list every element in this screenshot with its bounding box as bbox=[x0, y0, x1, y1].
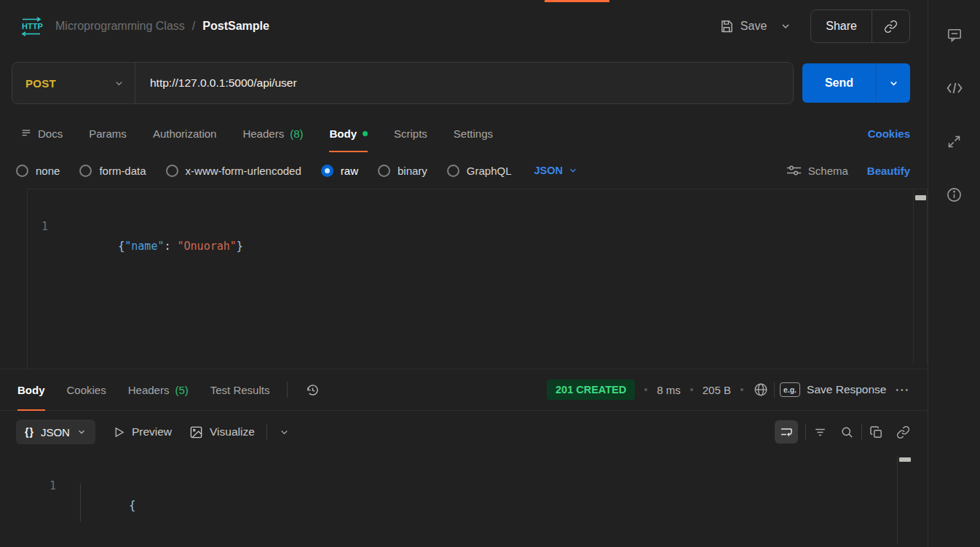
response-time[interactable]: 8 ms bbox=[657, 384, 681, 396]
response-format-selector[interactable]: {} JSON bbox=[16, 420, 95, 444]
filter-icon[interactable] bbox=[813, 425, 827, 439]
scrollbar-thumb[interactable] bbox=[915, 195, 926, 200]
preview-button[interactable]: Preview bbox=[113, 425, 172, 438]
comments-icon[interactable] bbox=[946, 26, 963, 44]
mode-form-data[interactable]: form-data bbox=[79, 165, 146, 177]
response-scrollbar[interactable] bbox=[897, 456, 912, 543]
schema-label: Schema bbox=[808, 165, 848, 177]
mode-graphql[interactable]: GraphQL bbox=[447, 165, 512, 177]
copy-link-icon[interactable] bbox=[872, 20, 909, 34]
response-tools-right bbox=[775, 420, 910, 444]
dot-separator bbox=[740, 388, 743, 391]
info-icon[interactable] bbox=[946, 186, 963, 203]
json-colon: : bbox=[164, 240, 177, 253]
line-number: 1 bbox=[0, 476, 56, 496]
tab-headers[interactable]: Headers (8) bbox=[242, 114, 303, 152]
save-button[interactable]: Save bbox=[719, 19, 767, 34]
share-split-button: Share bbox=[810, 9, 910, 43]
json-string-value: "Onuorah" bbox=[178, 240, 237, 253]
beautify-button[interactable]: Beautify bbox=[867, 165, 910, 177]
share-button[interactable]: Share bbox=[811, 20, 872, 33]
mode-label: GraphQL bbox=[467, 165, 512, 177]
response-headers-count-badge: (5) bbox=[175, 384, 188, 396]
format-label: JSON bbox=[41, 426, 70, 438]
right-sidebar bbox=[928, 0, 980, 547]
language-chevron-icon bbox=[568, 165, 578, 176]
save-response-label: Save Response bbox=[807, 383, 886, 396]
method-selector[interactable]: POST bbox=[12, 63, 135, 103]
code-snippet-icon[interactable] bbox=[946, 79, 963, 97]
breadcrumb-collection[interactable]: Microprogramming Class bbox=[55, 20, 185, 33]
mode-raw[interactable]: raw bbox=[321, 165, 358, 177]
scrollbar-thumb[interactable] bbox=[899, 457, 911, 462]
schema-button[interactable]: Schema bbox=[786, 164, 848, 177]
save-options-chevron-icon[interactable] bbox=[780, 20, 791, 32]
status-badge[interactable]: 201 CREATED bbox=[547, 379, 635, 400]
mode-none[interactable]: none bbox=[16, 165, 60, 177]
language-label: JSON bbox=[534, 165, 564, 176]
tab-body[interactable]: Body bbox=[329, 114, 368, 152]
request-body-code: {"name": "Onuorah"} bbox=[80, 240, 243, 253]
tab-scripts[interactable]: Scripts bbox=[394, 114, 427, 152]
response-tab-cookies[interactable]: Cookies bbox=[67, 369, 106, 411]
radio-icon bbox=[447, 165, 459, 177]
search-icon[interactable] bbox=[840, 425, 854, 439]
word-wrap-toggle[interactable] bbox=[775, 420, 798, 444]
url-box: POST http://127.0.0.1:5000/api/user bbox=[12, 62, 794, 104]
response-body-viewer[interactable]: 1 { 2 "id": 1, 3 "name": "Onuorah" 4 } bbox=[0, 450, 928, 543]
method-chevron-icon bbox=[114, 78, 125, 89]
link-icon[interactable] bbox=[896, 425, 910, 439]
response-line: 1 { bbox=[0, 457, 928, 535]
radio-icon bbox=[16, 165, 28, 177]
line-number: 1 bbox=[28, 217, 48, 237]
view-options-chevron-icon[interactable] bbox=[279, 427, 290, 438]
mode-label: none bbox=[36, 165, 60, 177]
example-badge-icon: e.g. bbox=[780, 382, 800, 397]
tab-label: Params bbox=[89, 127, 127, 140]
mode-label: form-data bbox=[99, 165, 146, 177]
tab-authorization[interactable]: Authorization bbox=[153, 114, 217, 152]
toolbar-divider bbox=[861, 424, 862, 440]
save-label: Save bbox=[740, 20, 767, 33]
response-code: { bbox=[52, 499, 135, 512]
response-tab-headers[interactable]: Headers (5) bbox=[128, 369, 189, 411]
header-divider bbox=[287, 382, 288, 398]
switch-panes-icon[interactable] bbox=[946, 133, 963, 150]
response-header-bar: Body Cookies Headers (5) Test Results 20… bbox=[0, 369, 928, 411]
method-label: POST bbox=[25, 77, 114, 90]
raw-language-selector[interactable]: JSON bbox=[534, 165, 579, 176]
cookies-link[interactable]: Cookies bbox=[868, 127, 910, 140]
mode-binary[interactable]: binary bbox=[378, 165, 427, 177]
body-actions: Schema Beautify bbox=[786, 164, 910, 177]
response-meta: 201 CREATED 8 ms 205 B e.g. Save Respons… bbox=[547, 379, 910, 400]
send-button[interactable]: Send bbox=[802, 63, 876, 103]
tab-settings[interactable]: Settings bbox=[454, 114, 493, 152]
mode-label: x-www-form-urlencoded bbox=[186, 165, 301, 177]
copy-icon[interactable] bbox=[869, 425, 883, 439]
send-options-chevron-icon[interactable] bbox=[877, 63, 910, 103]
url-input[interactable]: http://127.0.0.1:5000/api/user bbox=[135, 76, 793, 90]
response-line: 2 "id": 1, bbox=[0, 535, 928, 547]
send-split-button: Send bbox=[802, 63, 910, 103]
response-tab-test-results[interactable]: Test Results bbox=[210, 369, 270, 411]
save-response-button[interactable]: e.g. Save Response bbox=[780, 382, 887, 397]
breadcrumb-request-name[interactable]: PostSample bbox=[202, 20, 269, 33]
tab-docs[interactable]: Docs bbox=[20, 114, 63, 152]
radio-icon bbox=[166, 165, 178, 177]
mode-label: binary bbox=[398, 165, 427, 177]
tab-params[interactable]: Params bbox=[89, 114, 127, 152]
request-body-editor[interactable]: 1 {"name": "Onuorah"} bbox=[27, 189, 928, 369]
request-editor-scrollbar[interactable] bbox=[913, 189, 928, 364]
response-size[interactable]: 205 B bbox=[703, 384, 731, 396]
more-options-icon[interactable]: ••• bbox=[896, 386, 910, 394]
response-history-icon[interactable] bbox=[305, 382, 320, 398]
visualize-button[interactable]: Visualize bbox=[189, 425, 255, 439]
response-tab-body[interactable]: Body bbox=[17, 369, 45, 411]
json-braces-icon: {} bbox=[25, 426, 34, 438]
network-info-icon[interactable] bbox=[753, 382, 769, 398]
docs-icon bbox=[20, 127, 32, 139]
tab-label: Scripts bbox=[394, 127, 427, 140]
dot-separator bbox=[690, 388, 693, 391]
mode-x-www-form-urlencoded[interactable]: x-www-form-urlencoded bbox=[166, 165, 301, 177]
json-key: "name" bbox=[125, 240, 164, 253]
